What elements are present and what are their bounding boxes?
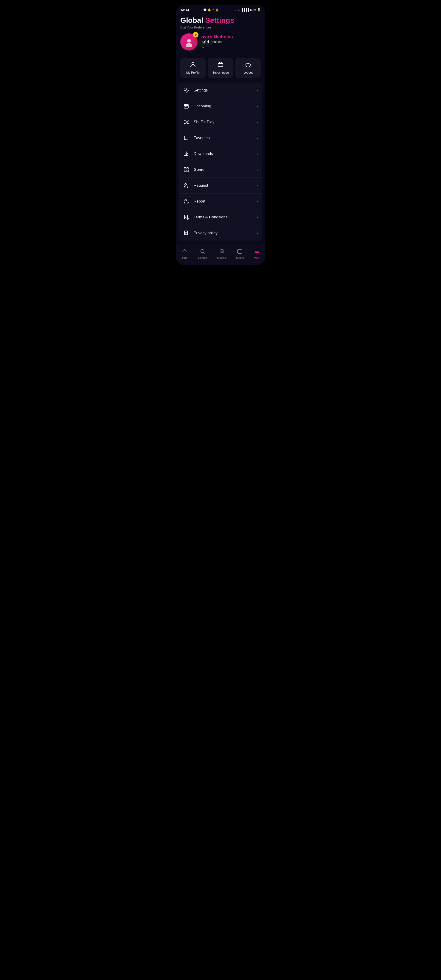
status-right: LTE ▐▐▐▐ 59% 🔋: [235, 8, 261, 11]
menu-item-shuffle-play[interactable]: Shuffle Play ›: [179, 114, 262, 130]
quick-actions: My Profile Subscription Logout: [176, 55, 265, 81]
svg-rect-13: [187, 168, 188, 169]
privacy-label: Privacy policy: [194, 231, 257, 235]
downloads-icon: [183, 151, 189, 157]
menu-item-privacy[interactable]: Privacy policy ›: [179, 225, 262, 241]
nav-search[interactable]: Search: [195, 248, 210, 261]
nav-home[interactable]: Home: [178, 248, 191, 261]
genre-label: Genre: [194, 167, 257, 172]
subscription-label: Subscription: [212, 71, 229, 74]
menu-item-upcoming[interactable]: Upcoming ›: [179, 99, 262, 114]
bottom-nav: Home Search Movies: [176, 245, 265, 265]
logout-button[interactable]: Logout: [235, 58, 261, 78]
my-profile-button[interactable]: My Profile: [180, 58, 206, 78]
my-profile-label: My Profile: [186, 71, 200, 74]
terms-chevron: ›: [257, 215, 258, 220]
report-chevron: ›: [257, 199, 258, 204]
crown-badge: ♛: [193, 32, 198, 37]
upcoming-icon: [183, 103, 189, 110]
svg-point-4: [186, 90, 187, 91]
menu-item-report[interactable]: ? Report ›: [179, 194, 262, 209]
downloads-label: Downloads: [194, 151, 257, 156]
whatsapp-icon: 💬: [203, 8, 207, 11]
genre-chevron: ›: [257, 167, 258, 172]
nav-movies[interactable]: Movies: [214, 248, 228, 261]
status-time: 13:14: [180, 8, 189, 12]
svg-rect-9: [185, 107, 186, 107]
status-bar: 13:14 💬 🔔 ✈ 🔒 f LTE ▐▐▐▐ 59% 🔋: [176, 5, 265, 14]
menu-item-terms[interactable]: Terms & Conditions ›: [179, 209, 262, 225]
facebook-icon: f: [220, 8, 220, 11]
settings-chevron: ›: [257, 88, 258, 93]
request-label: Request: [194, 183, 257, 188]
svg-rect-15: [187, 170, 188, 172]
shuffle-play-icon: [183, 119, 189, 125]
request-chevron: ›: [257, 183, 258, 188]
shuffle-play-chevron: ›: [257, 120, 258, 125]
settings-icon: [183, 87, 189, 94]
notification-icon: 🔔: [208, 8, 211, 11]
battery-level: 59%: [250, 8, 256, 11]
privacy-chevron: ›: [257, 231, 258, 235]
vpn-icon: 🔒: [215, 8, 219, 11]
privacy-icon: [183, 230, 189, 236]
phone-container: 13:14 💬 🔔 ✈ 🔒 f LTE ▐▐▐▐ 59% 🔋 Global Se…: [176, 5, 265, 265]
terms-label: Terms & Conditions: [194, 215, 257, 220]
svg-rect-5: [184, 104, 188, 108]
menu-item-settings[interactable]: Settings ›: [179, 83, 262, 99]
telegram-icon: ✈: [212, 8, 214, 11]
hid-tooltip: Hid: [199, 37, 213, 47]
request-icon: [183, 182, 189, 189]
page-title: Global Settings: [180, 16, 261, 25]
signal-icon: ▐▐▐▐: [241, 8, 249, 11]
svg-rect-32: [238, 250, 242, 253]
downloads-chevron: ›: [257, 151, 258, 156]
svg-point-17: [185, 199, 187, 201]
svg-rect-12: [184, 168, 186, 169]
network-type: LTE: [235, 8, 240, 11]
favorites-icon: [183, 135, 189, 141]
menu-section: Settings › Upcoming ›: [179, 83, 262, 241]
nav-search-label: Search: [198, 256, 207, 259]
more-icon: [254, 248, 260, 255]
nav-series[interactable]: Series: [233, 248, 246, 261]
svg-rect-14: [184, 170, 186, 172]
nav-more[interactable]: More: [251, 248, 263, 261]
report-icon: ?: [183, 198, 189, 205]
menu-item-request[interactable]: Request ›: [179, 178, 262, 194]
upcoming-chevron: ›: [257, 104, 258, 109]
series-icon: [237, 248, 243, 255]
settings-label: Settings: [194, 88, 257, 93]
header-section: Global Settings Edit Your Preferences ♛ …: [176, 14, 265, 55]
svg-text:?: ?: [187, 202, 188, 203]
user-info-row: ♛ nyiro Nicholas as9@gmail.com ✎ Hid: [180, 33, 261, 51]
status-icons: 💬 🔔 ✈ 🔒 f: [203, 8, 220, 11]
shuffle-play-label: Shuffle Play: [194, 120, 257, 124]
menu-item-downloads[interactable]: Downloads ›: [179, 146, 262, 162]
svg-point-16: [185, 183, 187, 185]
avatar-person-icon: [184, 37, 194, 47]
my-profile-icon: [190, 62, 196, 69]
crown-icon: ♛: [195, 33, 197, 36]
search-icon: [200, 248, 205, 255]
battery-icon: 🔋: [257, 8, 261, 11]
svg-point-0: [187, 39, 191, 43]
menu-item-favorites[interactable]: Favorites ›: [179, 130, 262, 146]
favorites-chevron: ›: [257, 136, 258, 140]
menu-item-genre[interactable]: Genre ›: [179, 162, 262, 178]
upcoming-label: Upcoming: [194, 104, 257, 108]
title-part1: Global: [180, 16, 205, 24]
logout-icon: [245, 62, 251, 69]
page-subtitle: Edit Your Preferences: [180, 25, 261, 29]
logout-label: Logout: [243, 71, 253, 74]
terms-icon: [183, 214, 189, 220]
nav-more-label: More: [254, 256, 260, 259]
svg-point-1: [186, 43, 192, 47]
svg-line-30: [204, 252, 205, 254]
report-label: Report: [194, 199, 257, 204]
title-part2: Settings: [205, 16, 234, 24]
avatar-wrapper: ♛: [180, 33, 198, 51]
svg-point-2: [192, 62, 194, 65]
nav-movies-label: Movies: [217, 256, 226, 259]
subscription-button[interactable]: Subscription: [208, 58, 233, 78]
